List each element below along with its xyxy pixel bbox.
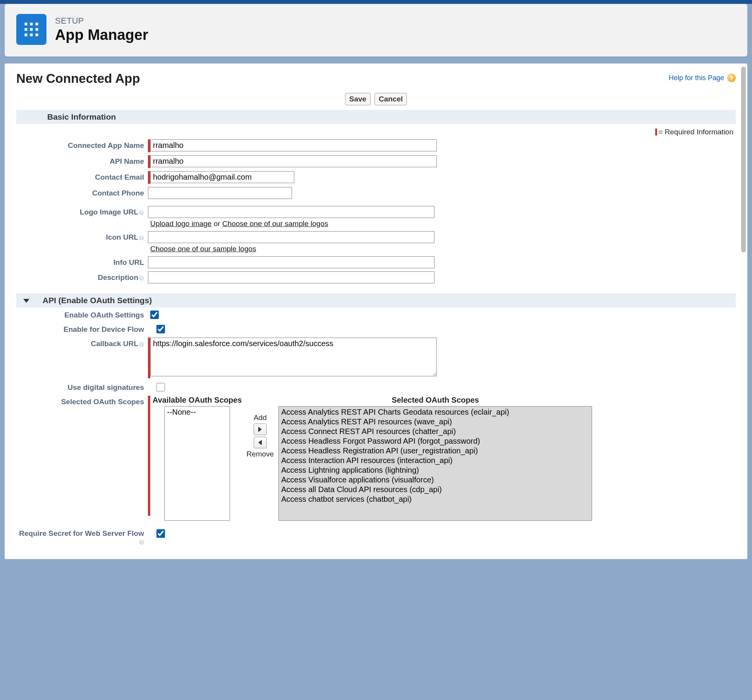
list-item[interactable]: Access all Data Cloud API resources (cdp… bbox=[280, 485, 591, 494]
list-item[interactable]: Access Interaction API resources (intera… bbox=[280, 456, 591, 465]
list-item[interactable]: Access Lightning applications (lightning… bbox=[280, 465, 591, 475]
help-tip-icon[interactable]: ? bbox=[139, 276, 144, 281]
list-item[interactable]: Access Analytics REST API resources (wav… bbox=[280, 417, 591, 427]
choose-sample-icon-link[interactable]: Choose one of our sample logos bbox=[150, 245, 256, 253]
svg-rect-1 bbox=[30, 23, 33, 26]
top-band bbox=[0, 0, 752, 4]
svg-rect-3 bbox=[25, 28, 27, 31]
label-enable-device-flow: Enable for Device Flow bbox=[16, 323, 148, 334]
choose-sample-logo-link[interactable]: Choose one of our sample logos bbox=[222, 220, 328, 228]
list-item[interactable]: --None-- bbox=[165, 407, 229, 417]
upload-logo-link[interactable]: Upload logo image bbox=[150, 220, 211, 228]
caret-down-icon bbox=[23, 299, 29, 303]
cancel-button[interactable]: Cancel bbox=[374, 93, 407, 105]
list-item[interactable]: Access chatbot services (chatbot_api) bbox=[280, 494, 591, 504]
label-require-secret-web: Require Secret for Web Server Flow? bbox=[16, 528, 148, 546]
enable-oauth-checkbox[interactable] bbox=[150, 311, 159, 319]
svg-rect-7 bbox=[30, 34, 33, 36]
contact-email-input[interactable] bbox=[150, 171, 294, 183]
list-item[interactable]: Access Headless Forgot Password API (for… bbox=[280, 436, 591, 446]
svg-rect-6 bbox=[25, 34, 27, 36]
page-header: SETUP App Manager bbox=[5, 4, 747, 57]
contact-phone-input[interactable] bbox=[148, 187, 292, 199]
help-icon[interactable]: ? bbox=[727, 74, 736, 82]
available-scopes-listbox[interactable]: --None-- bbox=[164, 406, 230, 521]
svg-rect-0 bbox=[25, 23, 27, 26]
digital-signatures-checkbox[interactable] bbox=[156, 383, 165, 391]
arrow-left-icon bbox=[258, 440, 262, 445]
svg-rect-8 bbox=[36, 34, 38, 36]
help-tip-icon[interactable]: ? bbox=[139, 235, 144, 240]
enable-device-flow-checkbox[interactable] bbox=[156, 325, 165, 333]
logo-url-input[interactable] bbox=[148, 206, 434, 218]
arrow-right-icon bbox=[258, 427, 262, 432]
label-api-name: API Name bbox=[16, 155, 148, 166]
help-tip-icon[interactable]: ? bbox=[139, 342, 144, 347]
header-title: App Manager bbox=[55, 27, 148, 43]
grid-icon bbox=[23, 21, 39, 38]
list-item[interactable]: Access Visualforce applications (visualf… bbox=[280, 475, 591, 485]
available-scopes-title: Available OAuth Scopes bbox=[153, 396, 242, 405]
setup-breadcrumb: SETUP bbox=[55, 16, 148, 26]
label-digital-signatures: Use digital signatures bbox=[16, 381, 148, 392]
label-callback-url: Callback URL? bbox=[16, 338, 148, 348]
list-item[interactable]: Access Headless Registration API (user_r… bbox=[280, 446, 591, 456]
description-input[interactable] bbox=[148, 271, 434, 283]
label-info-url: Info URL bbox=[16, 256, 148, 267]
selected-scopes-title: Selected OAuth Scopes bbox=[391, 396, 479, 405]
app-launcher-icon bbox=[16, 14, 46, 45]
svg-rect-5 bbox=[36, 28, 38, 31]
label-enable-oauth: Enable OAuth Settings bbox=[16, 309, 148, 319]
content-panel: New Connected App Help for this Page ? S… bbox=[5, 63, 747, 559]
page-title: New Connected App bbox=[16, 71, 140, 86]
scrollbar[interactable] bbox=[741, 67, 746, 556]
remove-label: Remove bbox=[246, 450, 274, 458]
label-selected-scopes: Selected OAuth Scopes bbox=[16, 396, 148, 406]
info-url-input[interactable] bbox=[148, 256, 434, 268]
help-tip-icon[interactable]: ? bbox=[139, 540, 144, 545]
label-contact-phone: Contact Phone bbox=[16, 187, 148, 197]
label-contact-email: Contact Email bbox=[16, 171, 148, 182]
callback-url-textarea[interactable]: https://login.salesforce.com/services/oa… bbox=[150, 338, 437, 376]
add-scope-button[interactable] bbox=[254, 424, 267, 435]
svg-rect-4 bbox=[30, 28, 33, 31]
list-item[interactable]: Access Connect REST API resources (chatt… bbox=[280, 427, 591, 436]
icon-url-input[interactable] bbox=[148, 231, 434, 243]
require-secret-web-checkbox[interactable] bbox=[156, 529, 165, 538]
section-basic-info: Basic Information bbox=[16, 110, 736, 124]
remove-scope-button[interactable] bbox=[254, 437, 267, 448]
api-name-input[interactable] bbox=[150, 155, 437, 167]
label-connected-app-name: Connected App Name bbox=[16, 139, 148, 150]
list-item[interactable]: Access Analytics REST API Charts Geodata… bbox=[280, 407, 591, 417]
connected-app-name-input[interactable] bbox=[150, 139, 437, 151]
add-label: Add bbox=[254, 413, 267, 422]
svg-rect-2 bbox=[36, 23, 38, 26]
label-icon-url: Icon URL? bbox=[16, 231, 148, 242]
save-button[interactable]: Save bbox=[345, 93, 371, 105]
label-description: Description? bbox=[16, 271, 148, 282]
help-tip-icon[interactable]: ? bbox=[139, 210, 144, 215]
help-link[interactable]: Help for this Page bbox=[669, 74, 724, 82]
section-api-oauth[interactable]: API (Enable OAuth Settings) bbox=[16, 293, 736, 307]
selected-scopes-listbox[interactable]: Access Analytics REST API Charts Geodata… bbox=[278, 406, 592, 521]
required-legend: = Required Information bbox=[5, 124, 747, 138]
label-logo-url: Logo Image URL? bbox=[16, 206, 148, 216]
